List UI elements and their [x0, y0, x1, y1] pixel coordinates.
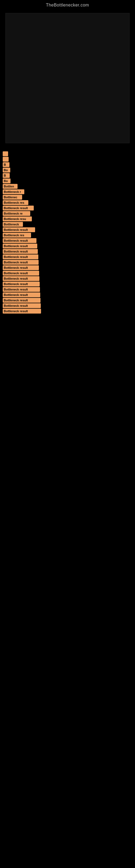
bottleneck-bars-container: BBoBBoBottlenBottleneck rBottlenecBottle… — [0, 146, 135, 319]
bottleneck-result-bar: Bo — [3, 167, 10, 173]
bar-row — [3, 157, 132, 162]
bottleneck-result-bar: Bottleneck result — [3, 254, 38, 259]
bottleneck-result-bar — [3, 157, 9, 162]
bar-row: Bottleneck result — [3, 265, 132, 270]
bar-row: Bottleneck re — [3, 211, 132, 216]
bar-row: Bottleneck result — [3, 282, 132, 286]
bottleneck-result-bar: B — [3, 162, 9, 167]
bottleneck-result-bar: Bottleneck resu — [3, 216, 32, 221]
bottleneck-result-bar: Bottlen — [3, 184, 17, 189]
bar-row: Bottleneck result — [3, 260, 132, 265]
bar-row: Bo — [3, 167, 132, 173]
bottleneck-result-bar: Bottleneck res — [3, 233, 31, 238]
bottleneck-result-bar: Bottleneck result — [3, 227, 35, 232]
bar-row: Bottleneck result — [3, 298, 132, 303]
bar-row: Bottleneck result — [3, 238, 132, 243]
bar-row: Bottleneck r — [3, 189, 132, 194]
bar-row: Bo — [3, 179, 132, 183]
bar-row: Bottleneck result — [3, 249, 132, 254]
bar-row: Bottlen — [3, 184, 132, 189]
bar-row: Bottleneck result — [3, 254, 132, 259]
bar-row: B — [3, 173, 132, 178]
bar-row: Bottleneck result — [3, 244, 132, 248]
bottleneck-result-bar: Bottleneck — [3, 222, 23, 227]
bottleneck-result-bar: Bottleneck re — [3, 211, 30, 216]
bottleneck-result-bar: B — [3, 173, 10, 178]
bar-row: Bottleneck res — [3, 200, 132, 205]
bottleneck-result-bar — [3, 151, 8, 156]
bottleneck-result-bar: Bottleneck result — [3, 249, 38, 254]
bar-row: Bottleneck resu — [3, 216, 132, 221]
bar-row: Bottleneck result — [3, 276, 132, 281]
bottleneck-result-bar: Bottleneck result — [3, 271, 39, 276]
bottleneck-result-bar: Bottleneck r — [3, 189, 24, 194]
bottleneck-result-bar: Bottleneck result — [3, 309, 41, 314]
bar-row: Bottleneck result — [3, 206, 132, 211]
bottleneck-result-bar: Bottleneck result — [3, 276, 39, 281]
bottleneck-result-bar: Bottleneck result — [3, 260, 39, 265]
bar-row: Bottlenec — [3, 195, 132, 199]
chart-area — [5, 13, 130, 143]
site-title: TheBottlenecker.com — [0, 0, 135, 10]
bottleneck-result-bar: Bottleneck result — [3, 287, 40, 292]
bar-row: Bottleneck result — [3, 227, 132, 232]
bottleneck-result-bar: Bo — [3, 179, 10, 183]
bar-row: Bottleneck — [3, 222, 132, 227]
bar-row — [3, 151, 132, 156]
bar-row: Bottleneck result — [3, 271, 132, 276]
bottleneck-result-bar: Bottleneck result — [3, 244, 37, 248]
bottleneck-result-bar: Bottleneck result — [3, 238, 37, 243]
bar-row: Bottleneck result — [3, 292, 132, 297]
bar-row: Bottleneck result — [3, 303, 132, 308]
bar-row: B — [3, 162, 132, 167]
bar-row: Bottleneck result — [3, 287, 132, 292]
bar-row: Bottleneck result — [3, 309, 132, 314]
bottleneck-result-bar: Bottleneck result — [3, 265, 39, 270]
bottleneck-result-bar: Bottleneck result — [3, 282, 40, 286]
bottleneck-result-bar: Bottleneck result — [3, 206, 34, 211]
bar-row: Bottleneck res — [3, 233, 132, 238]
bottleneck-result-bar: Bottleneck res — [3, 200, 28, 205]
bottleneck-result-bar: Bottleneck result — [3, 303, 41, 308]
bottleneck-result-bar: Bottlenec — [3, 195, 22, 199]
bottleneck-result-bar: Bottleneck result — [3, 292, 40, 297]
bottleneck-result-bar: Bottleneck result — [3, 298, 41, 303]
